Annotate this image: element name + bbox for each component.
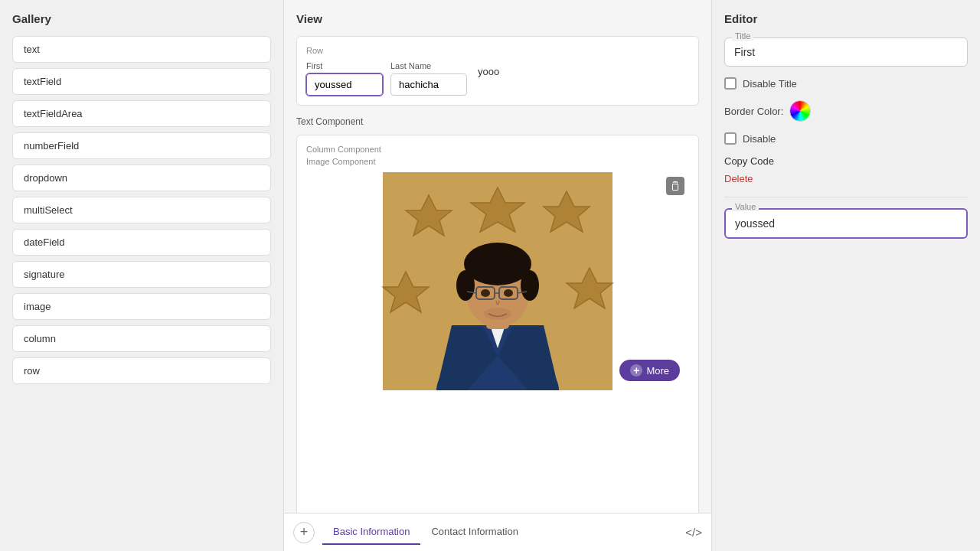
value-field-label: Value	[732, 202, 759, 211]
code-icon: </>	[685, 526, 702, 539]
svg-point-23	[484, 308, 511, 320]
gallery-item-textField[interactable]: textField	[12, 68, 271, 95]
lastname-field-label: Last Name	[390, 61, 467, 70]
lastname-field-group: Last Name hachicha	[390, 61, 467, 96]
more-button[interactable]: + More	[619, 360, 680, 381]
border-color-row: Border Color:	[724, 100, 968, 122]
divider	[724, 197, 968, 197]
disable-row: Disable	[724, 132, 968, 145]
row-fields: First youssed Last Name hachicha yooo	[306, 61, 689, 96]
gallery-item-image[interactable]: image	[12, 293, 271, 320]
gallery-item-dropdown[interactable]: dropdown	[12, 165, 271, 191]
add-tab-button[interactable]: +	[293, 522, 315, 543]
disable-title-checkbox[interactable]	[724, 77, 737, 90]
tab-code-button[interactable]: </>	[685, 526, 702, 539]
color-picker-button[interactable]	[789, 100, 811, 122]
gallery-item-multiSelect[interactable]: multiSelect	[12, 197, 271, 223]
gallery-item-column[interactable]: column	[12, 325, 271, 352]
disable-label: Disable	[743, 133, 776, 145]
editor-panel: Editor Title Disable Title Border Color:…	[712, 0, 980, 551]
row-label: Row	[306, 46, 689, 55]
main-container: Gallery texttextFieldtextFieldAreanumber…	[0, 0, 980, 551]
tab-contact-information[interactable]: Contact Information	[420, 520, 528, 545]
gallery-item-row[interactable]: row	[12, 357, 271, 384]
gallery-item-numberField[interactable]: numberField	[12, 132, 271, 159]
value-input[interactable]	[724, 208, 968, 239]
editor-title: Editor	[724, 12, 968, 25]
border-color-label: Border Color:	[724, 106, 783, 117]
image-wrapper: + More	[306, 172, 689, 390]
svg-point-21	[481, 289, 490, 297]
gallery-items-list: texttextFieldtextFieldAreanumberFielddro…	[12, 36, 271, 384]
copy-code-button[interactable]: Copy Code	[724, 155, 774, 167]
more-label: More	[646, 365, 669, 377]
svg-point-14	[456, 270, 475, 301]
disable-checkbox[interactable]	[724, 132, 737, 145]
tab-basic-information[interactable]: Basic Information	[322, 520, 420, 545]
bottom-tabs: + Basic Information Contact Information …	[284, 513, 711, 551]
row-component: Row First youssed Last Name hachicha yoo…	[296, 36, 699, 106]
first-field-value[interactable]: youssed	[306, 73, 383, 96]
gallery-item-signature[interactable]: signature	[12, 261, 271, 288]
title-input[interactable]	[724, 37, 968, 67]
gallery-item-textFieldArea[interactable]: textFieldArea	[12, 100, 271, 127]
svg-point-15	[521, 270, 539, 301]
gallery-item-text[interactable]: text	[12, 36, 271, 63]
first-field-label: First	[306, 61, 383, 70]
delete-button[interactable]: Delete	[724, 173, 753, 184]
svg-point-22	[504, 289, 513, 297]
view-panel: View Row First youssed Last Name hachich…	[283, 0, 712, 551]
gallery-title: Gallery	[12, 12, 271, 25]
title-field-group: Title	[724, 37, 968, 67]
image-component-label: Image Component	[306, 157, 689, 166]
text-component-label: Text Component	[296, 116, 699, 127]
disable-title-row: Disable Title	[724, 77, 968, 90]
title-field-label: Title	[732, 31, 753, 41]
first-field-group: First youssed	[306, 61, 383, 96]
value-field-group: Value	[724, 208, 968, 239]
column-component: Column Component Image Component	[296, 135, 699, 539]
view-title: View	[296, 12, 699, 25]
disable-title-label: Disable Title	[743, 78, 797, 90]
portrait-image	[306, 172, 689, 390]
image-delete-icon[interactable]	[666, 177, 684, 195]
lastname-field-value[interactable]: hachicha	[390, 73, 467, 96]
svg-point-13	[464, 243, 531, 285]
gallery-item-dateField[interactable]: dateField	[12, 229, 271, 256]
gallery-panel: Gallery texttextFieldtextFieldAreanumber…	[0, 0, 283, 551]
extra-text: yooo	[475, 61, 502, 82]
more-plus-icon: +	[630, 364, 642, 377]
column-component-label: Column Component	[306, 145, 689, 154]
